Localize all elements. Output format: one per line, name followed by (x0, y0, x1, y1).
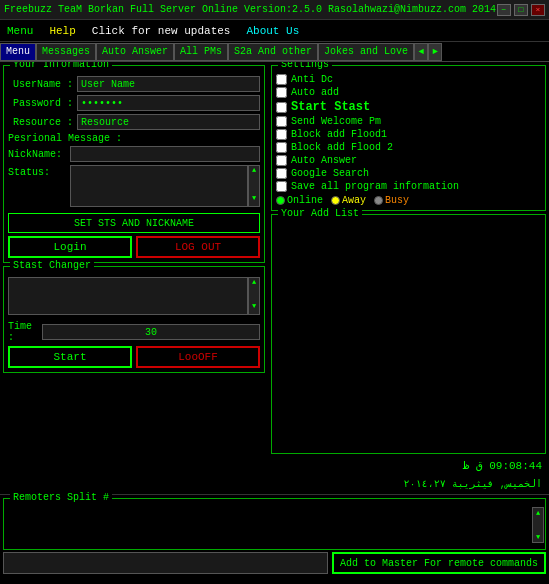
anti-dc-checkbox[interactable] (276, 74, 287, 85)
title-bar: Freebuzz TeaM Borkan Full Server Online … (0, 0, 549, 20)
menu-item-menu[interactable]: Menu (4, 24, 36, 38)
your-add-list-label: Your Add List (278, 208, 362, 219)
stast-textarea-wrapper: ▲ ▼ (8, 277, 260, 318)
username-row: UserName : (8, 76, 260, 92)
remoters-scroll-up[interactable]: ▲ (533, 508, 543, 518)
menu-bar: Menu Help Click for new updates About Us (0, 20, 549, 42)
password-label: Password : (8, 98, 73, 109)
nickname-input[interactable] (70, 146, 260, 162)
block-flood1-label: Block add Flood1 (291, 129, 387, 140)
stast-textarea[interactable] (8, 277, 248, 315)
status-radio-row: Online Away Busy (276, 195, 541, 206)
auto-answer-label: Auto Answer (291, 155, 357, 166)
right-column: Settings Anti Dc Auto add Start Stast Se… (268, 62, 549, 494)
tab-scroll-right[interactable]: ► (428, 43, 442, 61)
auto-add-checkbox[interactable] (276, 87, 287, 98)
date-display: الخميس, فيثريبة ٢٠١٤،٢٧ (271, 477, 546, 491)
minimize-button[interactable]: − (497, 4, 511, 16)
set-sts-nickname-button[interactable]: SET STS AND NICKNAME (8, 213, 260, 233)
busy-radio-label: Busy (385, 195, 409, 206)
remoters-label: Remoters Split # (10, 492, 112, 503)
away-radio-dot[interactable] (331, 196, 340, 205)
save-program-label: Save all program information (291, 181, 459, 192)
google-search-label: Google Search (291, 168, 369, 179)
settings-label: Settings (278, 62, 332, 70)
save-program-checkbox[interactable] (276, 181, 287, 192)
online-radio-dot[interactable] (276, 196, 285, 205)
your-add-list-group: Your Add List (271, 214, 546, 454)
nickname-label: NickName: (8, 149, 66, 160)
checkbox-start-stast: Start Stast (276, 100, 541, 114)
auto-answer-checkbox[interactable] (276, 155, 287, 166)
close-button[interactable]: × (531, 4, 545, 16)
add-master-button[interactable]: Add to Master For remote commands (332, 552, 546, 574)
block-flood2-label: Block add Flood 2 (291, 142, 393, 153)
radio-busy: Busy (374, 195, 409, 206)
time-label: Time : (8, 321, 38, 343)
tab-messages[interactable]: Messages (36, 43, 96, 61)
radio-online: Online (276, 195, 323, 206)
bottom-input-row: Add to Master For remote commands (3, 552, 546, 576)
resource-input[interactable] (77, 114, 260, 130)
username-input[interactable] (77, 76, 260, 92)
maximize-button[interactable]: □ (514, 4, 528, 16)
status-scrollbar[interactable]: ▲ ▼ (248, 165, 260, 207)
checkbox-send-welcome: Send Welcome Pm (276, 116, 541, 127)
tab-menu[interactable]: Menu (0, 43, 36, 61)
title-controls: − □ × (497, 4, 545, 16)
time-row: Time : (8, 321, 260, 343)
tab-jokes[interactable]: Jokes and Love (318, 43, 414, 61)
tabs-bar: Menu Messages Auto Answer All PMs S2a An… (0, 42, 549, 62)
send-welcome-checkbox[interactable] (276, 116, 287, 127)
stast-scroll-up-icon[interactable]: ▲ (249, 278, 259, 286)
stast-scroll-down-icon[interactable]: ▼ (249, 302, 259, 310)
tab-s2a[interactable]: S2a And other (228, 43, 318, 61)
username-label: UserName : (8, 79, 73, 90)
scroll-up-icon[interactable]: ▲ (249, 166, 259, 174)
time-input[interactable] (42, 324, 260, 340)
personal-msg-label: Pesrional Message : (8, 133, 260, 144)
loooff-button[interactable]: LooOFF (136, 346, 260, 368)
checkbox-block-flood2: Block add Flood 2 (276, 142, 541, 153)
time-display: 09:08:44 ق ظ (271, 457, 546, 474)
password-input[interactable] (77, 95, 260, 111)
checkbox-auto-add: Auto add (276, 87, 541, 98)
stast-scrollbar[interactable]: ▲ ▼ (248, 277, 260, 315)
radio-away: Away (331, 195, 366, 206)
remote-command-input[interactable] (3, 552, 328, 574)
logout-button[interactable]: LOG OUT (136, 236, 260, 258)
login-logout-row: Login LOG OUT (8, 236, 260, 258)
content-area: Your Information UserName : Password : R… (0, 62, 549, 494)
remoters-scrollbar[interactable]: ▲ ▼ (532, 507, 544, 543)
left-column: Your Information UserName : Password : R… (0, 62, 268, 494)
remoters-scroll-down[interactable]: ▼ (533, 532, 543, 542)
scroll-down-icon[interactable]: ▼ (249, 194, 259, 202)
online-radio-label: Online (287, 195, 323, 206)
tab-all-pms[interactable]: All PMs (174, 43, 228, 61)
tab-auto-answer[interactable]: Auto Answer (96, 43, 174, 61)
checkbox-block-flood1: Block add Flood1 (276, 129, 541, 140)
checkbox-anti-dc: Anti Dc (276, 74, 541, 85)
menu-item-help[interactable]: Help (46, 24, 78, 38)
away-radio-label: Away (342, 195, 366, 206)
start-stast-checkbox[interactable] (276, 102, 287, 113)
menu-item-updates[interactable]: Click for new updates (89, 24, 234, 38)
status-textarea[interactable] (70, 165, 248, 207)
block-flood1-checkbox[interactable] (276, 129, 287, 140)
checkbox-save-program: Save all program information (276, 181, 541, 192)
stast-changer-group: Stast Changer ▲ ▼ Time : Start LooOFF (3, 266, 265, 373)
start-loooff-row: Start LooOFF (8, 346, 260, 368)
checkbox-google-search: Google Search (276, 168, 541, 179)
tab-scroll-left[interactable]: ◄ (414, 43, 428, 61)
checkbox-auto-answer: Auto Answer (276, 155, 541, 166)
google-search-checkbox[interactable] (276, 168, 287, 179)
menu-item-about[interactable]: About Us (243, 24, 302, 38)
start-button[interactable]: Start (8, 346, 132, 368)
app-window: Freebuzz TeaM Borkan Full Server Online … (0, 0, 549, 584)
login-button[interactable]: Login (8, 236, 132, 258)
resource-label: Resource : (8, 117, 73, 128)
block-flood2-checkbox[interactable] (276, 142, 287, 153)
start-stast-label: Start Stast (291, 100, 370, 114)
settings-group: Settings Anti Dc Auto add Start Stast Se… (271, 65, 546, 211)
busy-radio-dot[interactable] (374, 196, 383, 205)
